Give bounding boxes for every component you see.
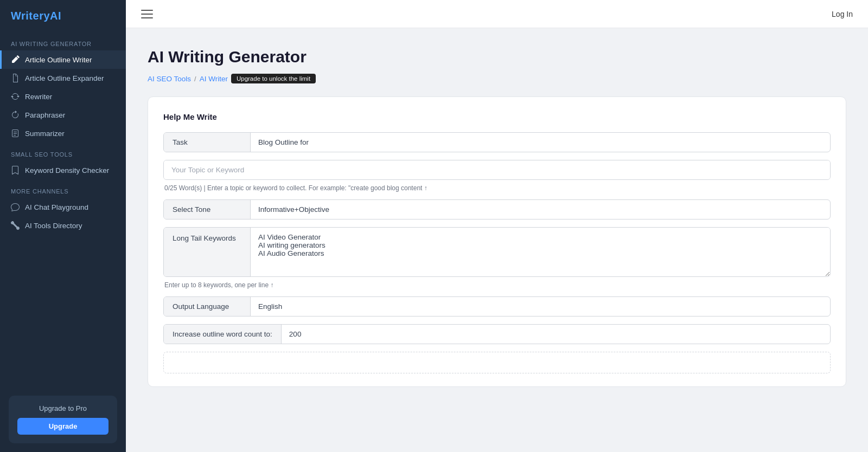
word-count-label: Increase outline word count to: xyxy=(164,325,282,344)
task-field-row: Task Blog Outline for xyxy=(163,132,831,152)
upgrade-badge[interactable]: Upgrade to unlock the limit xyxy=(231,74,316,83)
upgrade-title: Upgrade to Pro xyxy=(17,404,108,412)
loop-icon xyxy=(11,111,20,119)
sidebar-label-article-outline-writer: Article Outline Writer xyxy=(25,56,92,64)
hamburger-line-1 xyxy=(141,10,153,11)
breadcrumb: AI SEO Tools / AI Writer Upgrade to unlo… xyxy=(148,74,846,83)
output-language-label: Output Language xyxy=(164,297,251,316)
edit-icon xyxy=(11,55,20,64)
sidebar-item-article-outline-writer[interactable]: Article Outline Writer xyxy=(0,50,126,69)
main-area: Log In AI Writing Generator AI SEO Tools… xyxy=(126,0,868,452)
word-count-field-row: Increase outline word count to: 200 xyxy=(163,324,831,344)
section-label-seo: Small SEO Tools xyxy=(0,143,126,161)
keywords-textarea[interactable]: AI Video Generator AI writing generators… xyxy=(251,228,830,276)
task-value: Blog Outline for xyxy=(251,133,830,152)
breadcrumb-link-seo[interactable]: AI SEO Tools xyxy=(148,75,191,83)
app-logo[interactable]: WriteryAI xyxy=(0,0,126,32)
hamburger-line-3 xyxy=(141,17,153,18)
output-language-value[interactable]: English xyxy=(251,297,830,316)
chat-icon xyxy=(11,203,20,211)
sidebar-item-rewriter[interactable]: Rewriter xyxy=(0,87,126,106)
tone-value[interactable]: Informative+Objective xyxy=(251,200,830,219)
file-icon xyxy=(11,74,20,82)
breadcrumb-link-writer[interactable]: AI Writer xyxy=(200,75,228,83)
sidebar-item-paraphraser[interactable]: Paraphraser xyxy=(0,106,126,124)
page-title: AI Writing Generator xyxy=(148,48,846,66)
upgrade-button[interactable]: Upgrade xyxy=(17,418,108,435)
sidebar-label-summarizer: Summarizer xyxy=(25,130,65,138)
keywords-field-row: Long Tail Keywords AI Video Generator AI… xyxy=(163,227,831,277)
sidebar-item-ai-chat-playground[interactable]: AI Chat Playground xyxy=(0,198,126,216)
hamburger-menu[interactable] xyxy=(141,10,153,18)
check-icon xyxy=(11,166,20,175)
page-content: AI Writing Generator AI SEO Tools / AI W… xyxy=(126,28,868,452)
sidebar-label-tools-directory: AI Tools Directory xyxy=(25,222,82,230)
tone-label: Select Tone xyxy=(164,200,251,219)
word-count-value[interactable]: 200 xyxy=(282,325,830,344)
topic-field-row[interactable] xyxy=(163,160,831,180)
sidebar-label-rewriter: Rewriter xyxy=(25,93,52,101)
keywords-label: Long Tail Keywords xyxy=(164,228,251,276)
upgrade-box: Upgrade to Pro Upgrade xyxy=(9,396,117,443)
refresh-icon xyxy=(11,92,20,101)
keywords-hint: Enter up to 8 keywords, one per line ↑ xyxy=(163,281,831,289)
sidebar-item-summarizer[interactable]: Summarizer xyxy=(0,124,126,143)
logo-text: Writery xyxy=(11,10,50,22)
breadcrumb-separator: / xyxy=(194,75,196,83)
section-label-writing: AI Writing Generator xyxy=(0,32,126,50)
tone-field-row: Select Tone Informative+Objective xyxy=(163,199,831,219)
form-card: Help Me Write Task Blog Outline for 0/25… xyxy=(148,96,846,387)
task-label: Task xyxy=(164,133,251,152)
sidebar-item-ai-tools-directory[interactable]: AI Tools Directory xyxy=(0,216,126,235)
topbar: Log In xyxy=(126,0,868,28)
logo-suffix: AI xyxy=(50,10,61,22)
sidebar-item-article-outline-expander[interactable]: Article Outline Expander xyxy=(0,69,126,87)
topic-input[interactable] xyxy=(164,160,830,179)
wrench-icon xyxy=(11,221,20,230)
sidebar-label-paraphraser: Paraphraser xyxy=(25,111,65,119)
form-title: Help Me Write xyxy=(163,112,831,121)
section-label-channels: More Channels xyxy=(0,179,126,198)
sidebar-label-keyword-density: Keyword Density Checker xyxy=(25,166,109,175)
bottom-field-row xyxy=(163,352,831,373)
output-language-field-row: Output Language English xyxy=(163,296,831,317)
sidebar-label-article-outline-expander: Article Outline Expander xyxy=(25,74,104,82)
hamburger-line-2 xyxy=(141,14,153,15)
sidebar: WriteryAI AI Writing Generator Article O… xyxy=(0,0,126,452)
sidebar-item-keyword-density-checker[interactable]: Keyword Density Checker xyxy=(0,161,126,179)
sidebar-label-chat-playground: AI Chat Playground xyxy=(25,203,88,211)
doc-icon xyxy=(11,129,20,138)
topic-hint: 0/25 Word(s) | Enter a topic or keyword … xyxy=(163,184,831,192)
login-button[interactable]: Log In xyxy=(832,10,853,18)
